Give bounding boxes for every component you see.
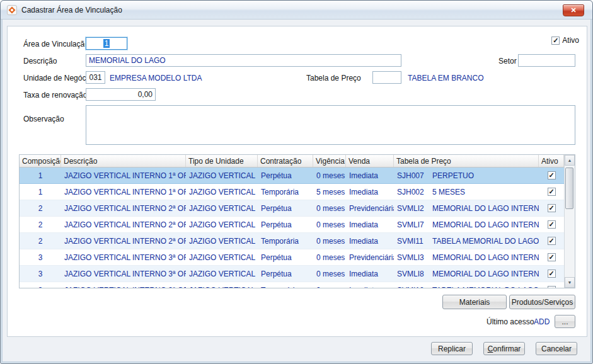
tabela-preco-nome: TABELA MEMORIAL DO LAGO II <box>432 237 539 246</box>
cell-venda: Imediata <box>346 217 394 232</box>
cell-descricao: JAZIGO VERTICAL INTERNO 3ª OF <box>61 266 186 282</box>
scroll-up-icon: ▲ <box>568 158 572 162</box>
app-icon <box>7 5 17 15</box>
area-vinculacao-label: Área de Vinculação <box>23 40 89 48</box>
more-button-label: ... <box>561 317 568 326</box>
cell-tipo-unidade: JAZIGO VERTICAL <box>186 266 258 282</box>
unidade-negocio-code: 031 <box>89 73 101 82</box>
confirmar-button[interactable]: Confirmar <box>483 342 525 355</box>
taxa-renovacao-input[interactable]: 0,00 <box>86 88 156 101</box>
column-header-2[interactable]: Tipo de Unidade <box>186 155 258 167</box>
cell-contratacao: Temporária <box>258 282 313 288</box>
table-row[interactable]: 2JAZIGO VERTICAL INTERNO 2ª OFJAZIGO VER… <box>20 233 564 249</box>
cell-tipo-unidade: JAZIGO VERTICAL <box>186 282 258 288</box>
column-header-5[interactable]: Venda <box>346 155 394 167</box>
observacao-textarea[interactable] <box>86 105 575 145</box>
cell-tipo-unidade: JAZIGO VERTICAL <box>186 200 258 216</box>
cell-descricao: JAZIGO VERTICAL INTERNO 2ª OF <box>61 200 186 216</box>
cell-composicao: 2 <box>20 217 61 232</box>
tabela-preco-codigo: SVMLI8 <box>397 270 432 278</box>
descricao-input[interactable]: MEMORIAL DO LAGO <box>86 54 401 67</box>
column-header-0[interactable]: Composição <box>20 155 61 167</box>
area-vinculacao-input[interactable]: 1 <box>86 37 127 50</box>
table-row[interactable]: 3JAZIGO VERTICAL INTERNO 3ª OFJAZIGO VER… <box>20 249 564 266</box>
cell-composicao: 2 <box>20 233 61 249</box>
cell-ativo: ✓ <box>539 282 564 288</box>
ativo-label: Ativo <box>562 36 579 45</box>
cell-descricao: JAZIGO VERTICAL INTERNO 1ª OF <box>61 168 186 183</box>
ativo-checkbox[interactable]: ✓ <box>551 37 560 45</box>
scroll-down-button[interactable]: ▼ <box>565 277 575 288</box>
table-row[interactable]: 3JAZIGO VERTICAL INTERNO 3ª OFJAZIGO VER… <box>20 266 564 282</box>
column-header-3[interactable]: Contratação <box>258 155 313 167</box>
cell-tabela-preco: SVMLI3MEMORIAL DO LAGO INTERNO <box>394 249 539 265</box>
close-button[interactable]: ✕ <box>563 4 584 16</box>
tabela-preco-nome: PERPETUO <box>432 171 474 180</box>
table-row[interactable]: 3JAZIGO VERTICAL INTERNO 3ª OFJAZIGO VER… <box>20 282 564 288</box>
produtos-servicos-button[interactable]: Produtos/Serviços <box>509 295 575 309</box>
table-row[interactable]: 1JAZIGO VERTICAL INTERNO 1ª OFJAZIGO VER… <box>20 184 564 200</box>
composicao-grid: ComposiçãoDescriçãoTipo de UnidadeContra… <box>19 154 575 288</box>
tabela-preco-nome: TABELA MEMORIAL DO LAGO II <box>432 286 539 288</box>
setor-input[interactable] <box>518 54 575 67</box>
cell-composicao: 2 <box>20 200 61 216</box>
cancelar-button[interactable]: Cancelar <box>536 342 577 355</box>
produtos-servicos-button-label: Produtos/Serviços <box>512 298 573 307</box>
vertical-scrollbar[interactable]: ▲ ▼ <box>564 155 575 288</box>
cell-tabela-preco: SVMLI8MEMORIAL DO LAGO INTERNO <box>394 266 539 282</box>
tabela-preco-codigo: SVMI11 <box>397 237 432 246</box>
cell-descricao: JAZIGO VERTICAL INTERNO 2ª OF <box>61 217 186 232</box>
scrollbar-track[interactable] <box>565 166 575 277</box>
cell-ativo: ✓ <box>539 168 564 183</box>
tabela-preco-codigo: SVMLI2 <box>397 204 432 213</box>
unidade-negocio-code-input[interactable]: 031 <box>86 71 105 84</box>
tabela-preco-codigo: SJH002 <box>397 188 432 196</box>
column-header-6[interactable]: Tabela de Preço <box>394 155 539 167</box>
cell-contratacao: Temporária <box>258 233 313 249</box>
table-row[interactable]: 2JAZIGO VERTICAL INTERNO 2ª OFJAZIGO VER… <box>20 200 564 217</box>
form-panel: Área de Vinculação 1 ✓ Ativo Descrição M… <box>7 26 587 337</box>
cell-composicao: 1 <box>20 168 61 183</box>
cell-descricao: JAZIGO VERTICAL INTERNO 2ª OF <box>61 233 186 249</box>
cell-composicao: 3 <box>20 282 61 288</box>
tabela-preco-nome: MEMORIAL DO LAGO INTERNO <box>432 204 539 213</box>
cell-tabela-preco: SVMLI2MEMORIAL DO LAGO INTERNO <box>394 200 539 216</box>
grid-header: ComposiçãoDescriçãoTipo de UnidadeContra… <box>20 155 564 168</box>
cell-venda: Previdenciária <box>346 200 394 216</box>
table-row[interactable]: 1JAZIGO VERTICAL INTERNO 1ª OFJAZIGO VER… <box>20 168 564 184</box>
column-header-1[interactable]: Descrição <box>61 155 186 167</box>
materiais-button[interactable]: Materiais <box>442 295 507 309</box>
cell-ativo: ✓ <box>539 266 564 282</box>
cell-tipo-unidade: JAZIGO VERTICAL <box>186 217 258 232</box>
tabela-preco-codigo: SVMLI7 <box>397 220 432 229</box>
row-ativo-checkbox[interactable]: ✓ <box>548 286 556 288</box>
row-ativo-checkbox[interactable]: ✓ <box>548 237 556 245</box>
unidade-negocio-label: Unidade de Negócio <box>23 74 92 82</box>
cell-vigencia: 0 meses <box>313 217 346 232</box>
scroll-up-button[interactable]: ▲ <box>565 155 575 166</box>
replicar-button[interactable]: Replicar <box>431 342 473 355</box>
cell-venda: Previdenciária <box>346 249 394 265</box>
tabela-preco-nome: MEMORIAL DO LAGO INTERNO <box>432 253 539 262</box>
column-header-7[interactable]: Ativo <box>539 155 564 167</box>
row-ativo-checkbox[interactable]: ✓ <box>548 270 556 278</box>
row-ativo-checkbox[interactable]: ✓ <box>548 171 556 179</box>
tabela-preco-nome: MEMORIAL DO LAGO INTERNO <box>432 270 539 278</box>
row-ativo-checkbox[interactable]: ✓ <box>548 253 556 261</box>
more-button[interactable]: ... <box>555 315 575 328</box>
scrollbar-thumb[interactable] <box>565 168 573 209</box>
row-ativo-checkbox[interactable]: ✓ <box>548 188 556 196</box>
row-ativo-checkbox[interactable]: ✓ <box>548 204 556 212</box>
replicar-button-label: Replicar <box>438 344 466 353</box>
cell-venda: Imediata <box>346 282 394 288</box>
title-bar[interactable]: Cadastrar Área de Vinculação ✕ <box>1 1 592 20</box>
cell-descricao: JAZIGO VERTICAL INTERNO 3ª OF <box>61 249 186 265</box>
area-vinculacao-value: 1 <box>103 39 110 48</box>
cell-vigencia: 0 meses <box>313 249 346 265</box>
column-header-4[interactable]: Vigência <box>313 155 346 167</box>
tabela-preco-code-input[interactable] <box>372 71 401 84</box>
row-ativo-checkbox[interactable]: ✓ <box>548 220 556 229</box>
table-row[interactable]: 2JAZIGO VERTICAL INTERNO 2ª OFJAZIGO VER… <box>20 217 564 233</box>
tabela-preco-label: Tabela de Preço <box>306 74 361 82</box>
tabela-preco-nome: 5 MESES <box>432 188 465 196</box>
